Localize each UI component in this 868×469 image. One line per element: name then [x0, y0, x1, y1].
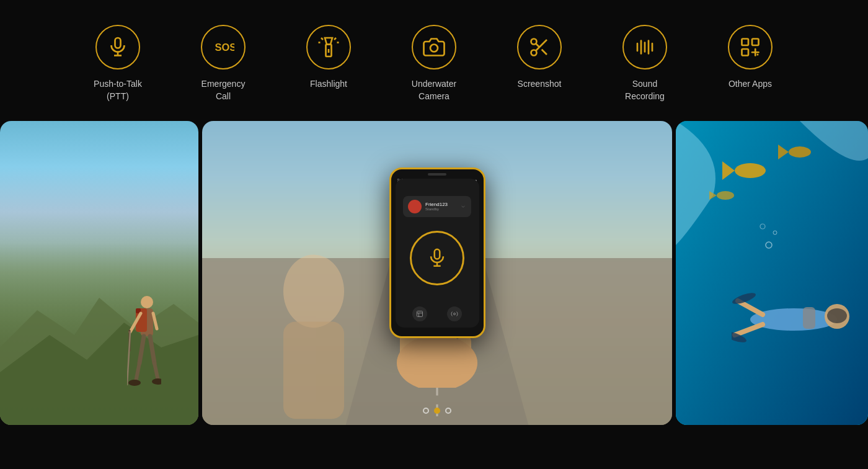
svg-line-15 [536, 43, 539, 47]
svg-rect-21 [742, 39, 749, 46]
svg-rect-22 [752, 39, 759, 46]
underwater-camera-label: Underwater Camera [412, 78, 456, 102]
push-to-talk-icon-circle [95, 25, 140, 69]
svg-point-72 [750, 308, 837, 331]
grid-icon [739, 36, 761, 58]
scissors-icon [528, 36, 551, 58]
feature-sound-recording[interactable]: Sound Recording [611, 25, 679, 102]
carousel-section: 9:41 ●●● Friend123 Standby [0, 121, 868, 425]
svg-line-35 [153, 313, 157, 329]
feature-underwater-camera[interactable]: Underwater Camera [400, 25, 468, 102]
emergency-call-label: Emergency Call [202, 78, 246, 102]
svg-line-6 [321, 38, 323, 40]
feature-other-apps[interactable]: Other Apps [716, 25, 784, 91]
svg-line-7 [334, 38, 336, 40]
svg-rect-48 [283, 322, 344, 419]
feature-emergency-call[interactable]: SOS Emergency Call [189, 25, 257, 102]
svg-rect-79 [803, 307, 815, 329]
svg-line-14 [542, 50, 547, 55]
carousel-card-hiker [0, 121, 198, 425]
emergency-call-icon-circle: SOS [201, 25, 246, 69]
svg-point-12 [531, 50, 537, 56]
svg-rect-52 [417, 311, 423, 316]
svg-point-74 [827, 308, 847, 323]
contact-name: Friend123 [425, 202, 448, 207]
svg-point-26 [757, 54, 759, 56]
underwater-camera-icon-circle [412, 25, 456, 69]
svg-rect-49 [435, 249, 440, 259]
microphone-icon [107, 36, 129, 58]
flashlight-icon-circle [306, 25, 351, 69]
carousel-card-underwater [676, 121, 868, 425]
camera-icon [423, 36, 445, 58]
feature-flashlight[interactable]: Flashlight [294, 25, 363, 91]
carousel-dot-1[interactable] [423, 408, 429, 414]
svg-point-11 [531, 39, 537, 45]
features-bar: Push-to-Talk (PTT) SOS Emergency Call Fl… [0, 0, 868, 121]
other-apps-icon-circle [728, 25, 773, 69]
svg-point-47 [283, 255, 344, 328]
svg-line-76 [735, 324, 763, 335]
contact-status: Standby [425, 207, 448, 211]
svg-point-55 [453, 313, 455, 315]
svg-point-63 [735, 163, 766, 178]
carousel-dot-2[interactable] [434, 408, 440, 414]
sound-recording-icon-circle [622, 25, 667, 69]
sound-recording-label: Sound Recording [625, 78, 665, 102]
svg-point-40 [128, 380, 141, 386]
svg-point-10 [430, 45, 438, 52]
carousel-dots [423, 408, 451, 414]
sound-bars-icon [634, 36, 656, 58]
svg-point-67 [717, 191, 734, 200]
feature-screenshot[interactable]: Screenshot [505, 25, 574, 91]
carousel-card-ptt: 9:41 ●●● Friend123 Standby [202, 121, 672, 425]
flashlight-icon [317, 36, 340, 58]
svg-line-39 [154, 363, 158, 380]
hiker-figure [127, 295, 161, 388]
svg-line-37 [150, 336, 154, 363]
carousel-dot-3[interactable] [445, 408, 451, 414]
svg-line-38 [136, 363, 140, 382]
sos-icon: SOS [212, 36, 234, 58]
screenshot-icon-circle [517, 25, 562, 69]
swimmer-figure [732, 288, 856, 351]
svg-text:SOS: SOS [215, 42, 235, 53]
other-apps-label: Other Apps [728, 78, 772, 91]
svg-line-36 [140, 336, 144, 363]
svg-point-65 [789, 146, 811, 158]
feature-push-to-talk[interactable]: Push-to-Talk (PTT) [84, 25, 152, 102]
svg-rect-0 [115, 38, 121, 48]
svg-point-41 [152, 378, 161, 385]
flashlight-label: Flashlight [310, 78, 347, 91]
svg-rect-23 [742, 49, 749, 56]
push-to-talk-label: Push-to-Talk (PTT) [94, 78, 142, 102]
screenshot-label: Screenshot [518, 78, 562, 91]
svg-point-29 [141, 296, 153, 308]
